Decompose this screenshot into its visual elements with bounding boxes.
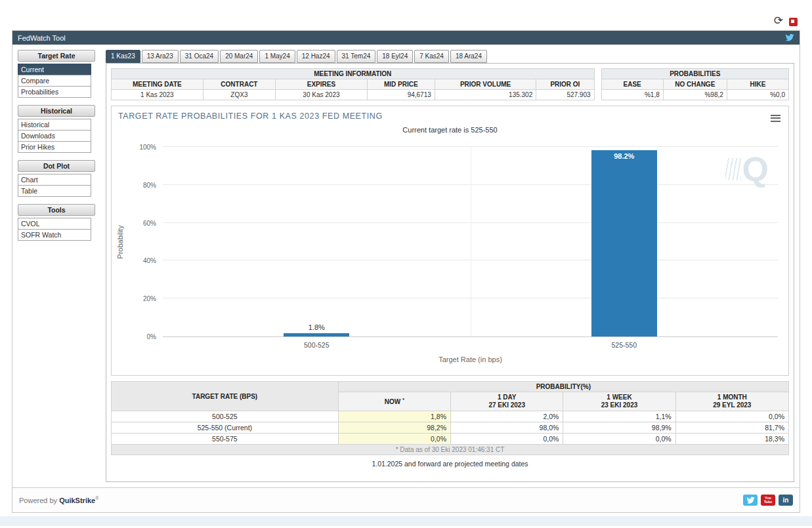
col-1day: 1 DAY27 EKI 2023 <box>451 392 563 411</box>
hike-value: %0,0 <box>727 90 788 100</box>
sidebar-item-table[interactable]: Table <box>18 185 91 197</box>
col-header: MEETING DATE <box>112 79 203 90</box>
month-value: 18,3% <box>675 434 788 445</box>
refresh-icon[interactable]: ⟳ <box>774 15 783 26</box>
x-category-label: 525-550 <box>611 341 637 349</box>
sidebar-header-target-rate: Target Rate <box>18 50 95 62</box>
bar-rect <box>284 333 349 336</box>
meeting-tab[interactable]: 18 Ara24 <box>450 50 487 63</box>
sidebar-section-target-rate: Target Rate Current Compare Probabilitie… <box>18 50 102 98</box>
now-value: 0,0% <box>338 434 450 445</box>
week-value: 0,0% <box>563 434 675 445</box>
col-1month: 1 MONTH29 EYL 2023 <box>675 392 788 411</box>
meeting-tab[interactable]: 31 Tem24 <box>337 50 376 63</box>
plot-area: 0% 20% 40% 60% 80% 100% Q 1.8% <box>163 147 778 337</box>
chart-title: TARGET RATE PROBABILITIES FOR 1 KAS 2023… <box>118 112 383 121</box>
twitter-icon[interactable] <box>743 495 758 506</box>
y-tick-label: 40% <box>143 257 156 264</box>
powered-by: Powered by QuikStrike® <box>19 496 98 504</box>
quikstrike-link[interactable]: QuikStrike <box>59 497 95 504</box>
contract: ZQX3 <box>203 90 275 100</box>
mid-price: 94,6713 <box>367 90 435 100</box>
table-row: 500-525 1,8% 2,0% 1,1% 0,0% <box>112 411 789 422</box>
table-row: 550-575 0,0% 0,0% 0,0% 18,3% <box>112 434 789 445</box>
table-row: 525-550 (Current) 98,2% 98,0% 98,9% 81,7… <box>112 422 789 434</box>
bar-525-550: 98.2% <box>591 147 657 336</box>
sidebar-item-compare[interactable]: Compare <box>18 75 91 87</box>
meeting-tab[interactable]: 7 Kas24 <box>414 50 449 63</box>
meeting-info-row: MEETING INFORMATION MEETING DATE CONTRAC… <box>111 68 789 100</box>
meeting-info-title: MEETING INFORMATION <box>112 69 595 79</box>
bar-value-label: 1.8% <box>284 323 349 331</box>
bar-rect <box>591 150 657 336</box>
col-now: NOW * <box>338 392 450 411</box>
meeting-tab[interactable]: 31 Oca24 <box>180 50 219 63</box>
tab-panel: MEETING INFORMATION MEETING DATE CONTRAC… <box>106 63 794 482</box>
meeting-date: 1 Kas 2023 <box>112 90 203 100</box>
data-as-of-note: * Data as of 30 Eki 2023 01:46:31 CT <box>112 445 789 455</box>
col-header: PRIOR OI <box>536 79 594 90</box>
prior-volume: 135.302 <box>435 90 536 100</box>
youtube-icon[interactable]: YouTube <box>761 495 775 506</box>
browser-strip: ⟳ <box>0 0 812 30</box>
sidebar-item-cvol[interactable]: CVOL <box>18 218 91 230</box>
sidebar-item-prior-hikes[interactable]: Prior Hikes <box>18 141 91 153</box>
bar-value-label: 98.2% <box>591 152 657 160</box>
col-1week: 1 WEEK23 EKI 2023 <box>563 392 675 411</box>
meeting-tab[interactable]: 1 Kas23 <box>106 50 140 63</box>
col-header: EASE <box>601 79 663 90</box>
chart-export-menu-icon[interactable] <box>771 113 780 123</box>
col-header: NO CHANGE <box>663 79 727 90</box>
y-tick-label: 60% <box>143 219 156 226</box>
now-value: 1,8% <box>338 411 450 422</box>
extension-badge-icon[interactable] <box>789 18 798 26</box>
y-tick-label: 100% <box>139 144 156 151</box>
sidebar-item-sofr-watch[interactable]: SOFR Watch <box>18 229 91 241</box>
col-header: HIKE <box>727 79 788 90</box>
meeting-tab[interactable]: 20 Mar24 <box>220 50 258 63</box>
sidebar-section-tools: Tools CVOL SOFR Watch <box>18 204 102 241</box>
social-links: YouTube in <box>743 495 793 506</box>
now-value: 98,2% <box>338 422 450 434</box>
probability-group-header: PROBABILITY(%) <box>338 382 788 392</box>
col-header: EXPIRES <box>276 79 368 90</box>
target-rate-header: TARGET RATE (BPS) <box>112 382 339 411</box>
quikstrike-watermark-icon: Q <box>725 152 769 186</box>
x-axis-title: Target Rate (in bps) <box>438 355 502 363</box>
main-content: 1 Kas23 13 Ara23 31 Oca24 20 Mar24 1 May… <box>106 50 794 482</box>
meeting-tab[interactable]: 12 Haz24 <box>297 50 335 63</box>
sidebar-header-dot-plot: Dot Plot <box>18 160 95 172</box>
sidebar-header-historical: Historical <box>18 105 95 117</box>
page-background-band <box>0 516 812 526</box>
linkedin-icon[interactable]: in <box>779 495 793 506</box>
sidebar-item-chart[interactable]: Chart <box>18 174 91 186</box>
day-value: 98,0% <box>451 422 563 434</box>
twitter-icon[interactable] <box>785 33 794 43</box>
meeting-tab[interactable]: 18 Eyl24 <box>377 50 413 63</box>
app-body: Target Rate Current Compare Probabilitie… <box>12 45 800 487</box>
footer: Powered by QuikStrike® YouTube in <box>12 487 800 512</box>
probability-chart: TARGET RATE PROBABILITIES FOR 1 KAS 2023… <box>111 106 789 376</box>
app-titlebar: FedWatch Tool <box>12 31 800 45</box>
sidebar-item-current[interactable]: Current <box>18 64 91 75</box>
meeting-tab[interactable]: 13 Ara23 <box>142 50 179 63</box>
sidebar-item-downloads[interactable]: Downloads <box>18 130 91 142</box>
sidebar-item-historical[interactable]: Historical <box>18 119 91 131</box>
y-tick-label: 80% <box>143 181 156 188</box>
app-title: FedWatch Tool <box>18 34 66 42</box>
sidebar-item-probabilities[interactable]: Probabilities <box>18 86 91 98</box>
probabilities-summary-table: PROBABILITIES EASE NO CHANGE HIKE %1,8 %… <box>601 68 789 100</box>
day-value: 0,0% <box>451 434 563 445</box>
rate-label: 550-575 <box>112 434 339 445</box>
meeting-info-values: 1 Kas 2023 ZQX3 30 Kas 2023 94,6713 135.… <box>112 90 595 100</box>
meeting-tabs: 1 Kas23 13 Ara23 31 Oca24 20 Mar24 1 May… <box>106 50 794 63</box>
day-value: 2,0% <box>451 411 563 422</box>
no-change-value: %98,2 <box>663 90 727 100</box>
x-category-label: 500-525 <box>304 341 330 349</box>
sidebar: Target Rate Current Compare Probabilitie… <box>18 50 102 482</box>
sidebar-section-dot-plot: Dot Plot Chart Table <box>18 160 102 197</box>
month-value: 81,7% <box>675 422 788 434</box>
meeting-tab[interactable]: 1 May24 <box>259 50 295 63</box>
rate-label: 525-550 (Current) <box>112 422 339 434</box>
y-tick-label: 0% <box>147 333 156 340</box>
